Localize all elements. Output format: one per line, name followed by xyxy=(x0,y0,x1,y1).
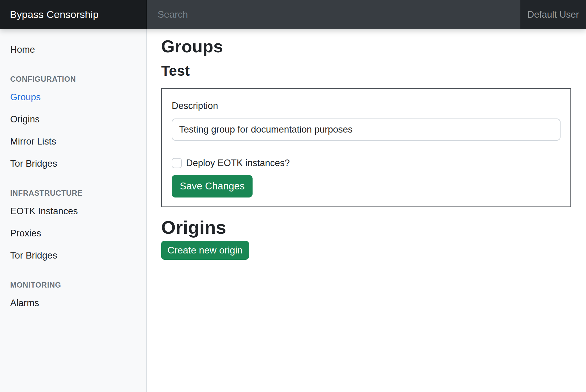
page-layout: Home CONFIGURATION Groups Origins Mirror… xyxy=(0,29,586,392)
sidebar-item-proxies[interactable]: Proxies xyxy=(0,222,146,244)
eotk-check-row: Deploy EOTK instances? xyxy=(172,158,561,168)
top-navbar: Bypass Censorship Default User xyxy=(0,0,586,29)
deploy-eotk-label[interactable]: Deploy EOTK instances? xyxy=(186,158,290,168)
create-new-origin-button[interactable]: Create new origin xyxy=(161,241,249,260)
sidebar-item-eotk-instances[interactable]: EOTK Instances xyxy=(0,200,146,222)
group-edit-card: Description Deploy EOTK instances? Save … xyxy=(161,88,571,207)
description-field[interactable] xyxy=(172,118,561,141)
description-label: Description xyxy=(172,101,561,111)
sidebar-item-groups[interactable]: Groups xyxy=(0,86,146,108)
origins-section-title: Origins xyxy=(161,217,572,238)
sidebar-heading-monitoring: MONITORING xyxy=(10,280,136,289)
sidebar-item-home[interactable]: Home xyxy=(0,39,146,61)
main-content: Groups Test Description Deploy EOTK inst… xyxy=(147,29,586,392)
brand-link[interactable]: Bypass Censorship xyxy=(0,0,147,29)
sidebar-item-tor-bridges-infra[interactable]: Tor Bridges xyxy=(0,244,146,267)
save-changes-button[interactable]: Save Changes xyxy=(172,175,253,197)
deploy-eotk-checkbox[interactable] xyxy=(172,158,182,168)
user-menu-link[interactable]: Default User xyxy=(520,0,586,29)
group-name-heading: Test xyxy=(161,63,572,79)
search-input[interactable] xyxy=(147,0,520,29)
sidebar-item-tor-bridges[interactable]: Tor Bridges xyxy=(0,153,146,175)
sidebar-heading-configuration: CONFIGURATION xyxy=(10,75,136,83)
sidebar-item-origins[interactable]: Origins xyxy=(0,108,146,130)
sidebar-heading-infrastructure: INFRASTRUCTURE xyxy=(10,189,136,197)
page-title: Groups xyxy=(161,36,572,57)
sidebar-item-mirror-lists[interactable]: Mirror Lists xyxy=(0,130,146,153)
sidebar: Home CONFIGURATION Groups Origins Mirror… xyxy=(0,29,147,392)
sidebar-item-alarms[interactable]: Alarms xyxy=(0,292,146,314)
